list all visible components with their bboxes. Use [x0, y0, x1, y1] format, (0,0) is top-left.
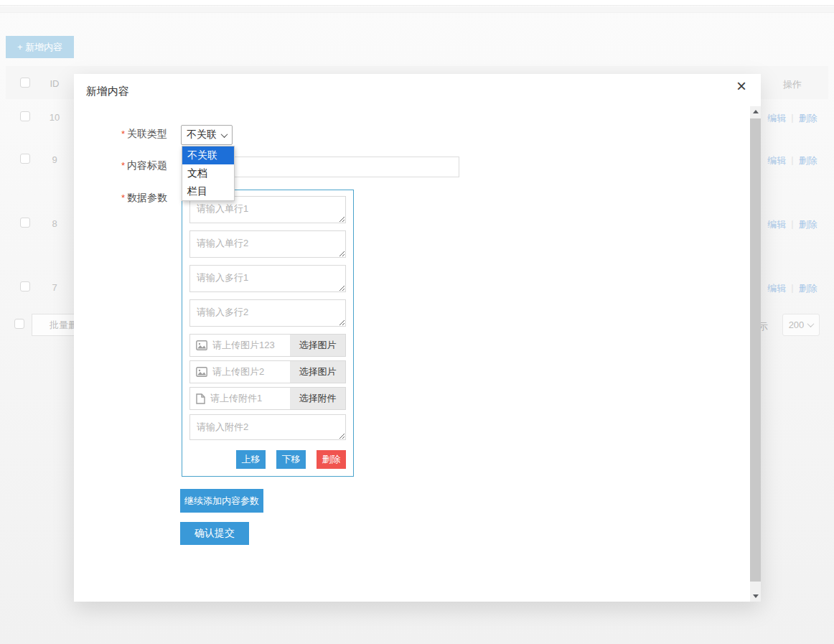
footer-checkbox[interactable] [14, 319, 24, 329]
assoc-type-value: 不关联 [187, 129, 217, 141]
top-subbar [0, 6, 834, 13]
required-asterisk: * [121, 160, 125, 171]
page-size-value: 200 [789, 319, 805, 330]
modal-title: 新增内容 [86, 85, 129, 98]
select-all-checkbox[interactable] [20, 78, 30, 88]
delete-link[interactable]: 删除 [799, 218, 817, 231]
modal-scrollbar[interactable] [750, 106, 761, 602]
param-textarea-multi2[interactable] [189, 299, 346, 327]
dropdown-option-document[interactable]: 文档 [182, 164, 234, 182]
param-row-actions: 上移 下移 删除 [236, 450, 346, 469]
column-header-id: ID [40, 78, 69, 89]
delete-param-button[interactable]: 删除 [317, 450, 346, 469]
upload-placeholder: 请上传附件1 [210, 392, 290, 405]
param-textarea-multi1[interactable] [189, 265, 346, 292]
chevron-down-icon [221, 131, 228, 138]
assoc-type-select[interactable]: 不关联 [181, 125, 233, 145]
edit-link[interactable]: 编辑 [767, 154, 786, 167]
cell-actions: 编辑 | 删除 [759, 154, 825, 167]
upload-placeholder: 请上传图片123 [212, 339, 290, 352]
cell-actions: 编辑 | 删除 [759, 218, 825, 231]
upload-row-image1: 请上传图片123 选择图片 [189, 334, 346, 357]
row-checkbox[interactable] [20, 154, 30, 164]
add-content-button[interactable]: + 新增内容 [6, 36, 74, 58]
required-asterisk: * [121, 192, 125, 203]
row-checkbox[interactable] [20, 111, 30, 121]
scroll-down-arrow-icon[interactable] [750, 591, 761, 602]
edit-link[interactable]: 编辑 [767, 218, 786, 231]
chevron-down-icon [807, 320, 815, 327]
action-separator: | [791, 154, 793, 167]
upload-row-attachment1: 请上传附件1 选择附件 [189, 387, 346, 410]
delete-link[interactable]: 删除 [799, 112, 817, 125]
upload-row-image2: 请上传图片2 选择图片 [189, 360, 346, 383]
cell-id: 9 [40, 154, 69, 165]
scrollbar-thumb[interactable] [750, 118, 761, 582]
delete-link[interactable]: 删除 [799, 154, 817, 167]
add-more-params-button[interactable]: 继续添加内容参数 [180, 489, 263, 513]
choose-attachment-button[interactable]: 选择附件 [290, 388, 345, 409]
action-separator: | [791, 112, 793, 125]
delete-link[interactable]: 删除 [799, 282, 817, 295]
param-textarea-single2[interactable] [189, 230, 346, 258]
row-checkbox[interactable] [20, 281, 30, 291]
close-icon[interactable]: × [736, 78, 746, 95]
move-down-button[interactable]: 下移 [276, 450, 306, 469]
image-icon [196, 340, 207, 350]
cell-actions: 编辑 | 删除 [759, 282, 825, 295]
param-textarea-attachment2[interactable] [189, 414, 346, 440]
cell-actions: 编辑 | 删除 [759, 112, 825, 125]
scroll-up-arrow-icon[interactable] [750, 106, 761, 117]
action-separator: | [791, 282, 793, 295]
cell-id: 10 [40, 112, 69, 123]
upload-placeholder: 请上传图片2 [212, 365, 290, 378]
confirm-submit-button[interactable]: 确认提交 [180, 522, 249, 545]
top-bar [0, 0, 834, 6]
dropdown-option-none[interactable]: 不关联 [182, 146, 234, 164]
cell-id: 8 [40, 218, 69, 229]
file-icon [196, 393, 205, 404]
dropdown-option-column[interactable]: 栏目 [182, 182, 234, 200]
move-up-button[interactable]: 上移 [236, 450, 266, 469]
param-group-box: 请上传图片123 选择图片 请上传图片2 选择图片 请上传附件1 选择附件 上移… [182, 190, 354, 477]
action-separator: | [791, 218, 793, 231]
data-params-label: *数据参数 [104, 192, 167, 205]
row-checkbox[interactable] [20, 218, 30, 228]
required-asterisk: * [121, 129, 125, 139]
assoc-type-label: *关联类型 [104, 128, 167, 141]
content-title-label: *内容标题 [104, 159, 167, 172]
edit-link[interactable]: 编辑 [767, 112, 786, 125]
choose-image-button[interactable]: 选择图片 [290, 361, 345, 383]
add-content-modal: 新增内容 × *关联类型 不关联 不关联 文档 栏目 *内容标题 *数据参数 请… [74, 74, 761, 602]
column-header-actions: 操作 [759, 78, 825, 91]
cell-id: 7 [40, 282, 69, 293]
page-size-select[interactable]: 200 [782, 314, 820, 336]
edit-link[interactable]: 编辑 [767, 282, 786, 295]
assoc-type-dropdown: 不关联 文档 栏目 [182, 146, 235, 201]
choose-image-button[interactable]: 选择图片 [290, 335, 345, 356]
image-icon [196, 367, 207, 377]
